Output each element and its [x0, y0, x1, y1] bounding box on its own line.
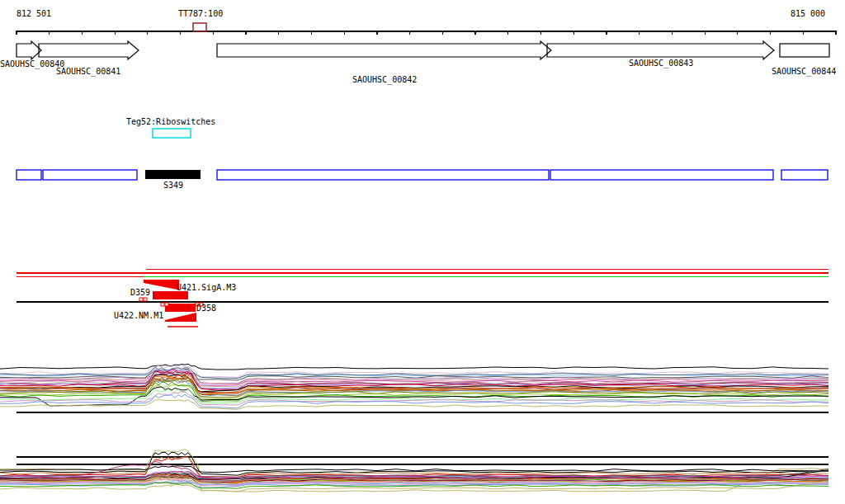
gene-label-saouhsc-00843: SAOUHSC_00843: [629, 59, 693, 68]
terminator-marker-box[interactable]: [193, 23, 206, 31]
feature-label-d358: D358: [196, 304, 216, 313]
gene-label-saouhsc-00842: SAOUHSC_00842: [352, 75, 417, 84]
ruler-end-coordinate: 815 000: [791, 9, 825, 18]
feature-square-1[interactable]: [144, 298, 147, 301]
gene-label-saouhsc-00840: SAOUHSC_00840: [0, 59, 64, 68]
gene-arrow-SAOUHSC_00843[interactable]: [547, 41, 774, 59]
gene-arrow-SAOUHSC_00844[interactable]: [780, 44, 829, 57]
track2-series-1: [0, 452, 828, 475]
operon-box-4[interactable]: [781, 170, 828, 180]
srna-box-s349[interactable]: [145, 170, 201, 179]
terminator-marker-label: TT787:100: [178, 9, 223, 18]
srna-label-s349: S349: [163, 181, 183, 190]
gene-arrow-SAOUHSC_00840[interactable]: [17, 41, 41, 59]
feature-label-d359: D359: [130, 288, 150, 297]
feature-square-0[interactable]: [139, 298, 143, 301]
track1-series-0: [0, 364, 828, 370]
riboswitch-box[interactable]: [153, 129, 191, 138]
browser-canvas: [0, 0, 845, 504]
operon-box-0[interactable]: [17, 170, 41, 180]
feature-label-u422-nm-m1: U422.NM.M1: [114, 311, 163, 320]
operon-box-1[interactable]: [43, 170, 137, 180]
riboswitch-label: Teg52:Riboswitches: [126, 117, 215, 126]
feature-square-3[interactable]: [165, 303, 168, 306]
tss-ramp-reverse[interactable]: [165, 313, 196, 322]
gene-label-saouhsc-00844: SAOUHSC_00844: [772, 67, 836, 76]
gene-arrow-SAOUHSC_00841[interactable]: [39, 41, 139, 59]
track2-series-3: [0, 457, 828, 477]
operon-box-3[interactable]: [550, 170, 773, 180]
feature-label-u421-siga-m3: U421.SigA.M3: [177, 283, 236, 292]
gene-label-saouhsc-00841: SAOUHSC_00841: [56, 67, 120, 76]
ruler-start-coordinate: 812 501: [17, 9, 51, 18]
operon-box-2[interactable]: [217, 170, 549, 180]
feature-bar-0[interactable]: [153, 291, 188, 299]
gene-arrow-SAOUHSC_00842[interactable]: [217, 41, 551, 59]
feature-square-2[interactable]: [161, 303, 164, 306]
feature-bar-1[interactable]: [165, 304, 196, 312]
genome-browser: 812 501 TT787:100 815 000 SAOUHSC_00840 …: [0, 0, 845, 504]
